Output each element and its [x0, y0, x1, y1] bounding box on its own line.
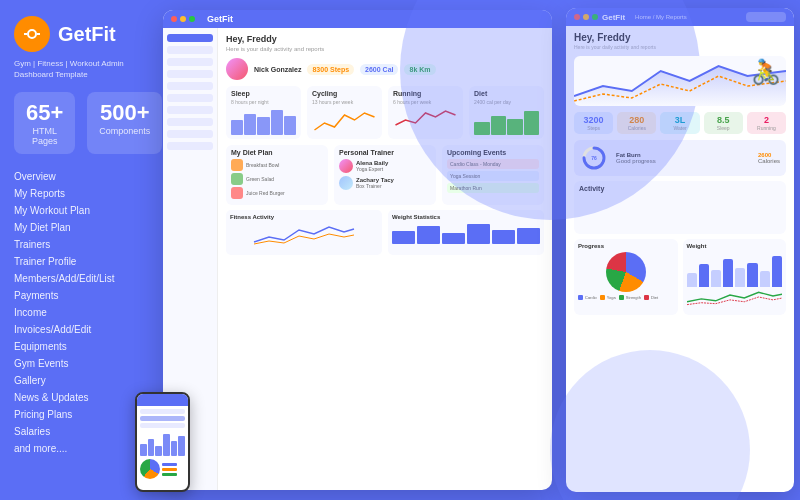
nav-item-members[interactable]: Members/Add/Edit/List: [14, 270, 141, 287]
nav-item-news[interactable]: News & Updates: [14, 389, 141, 406]
w-bar-1: [392, 231, 415, 244]
diet-bar-1: [474, 122, 490, 136]
mobile-row-3: [140, 423, 185, 428]
mob-bar-2: [148, 439, 155, 457]
nav-item-trainer-profile[interactable]: Trainer Profile: [14, 253, 141, 270]
personal-trainer-title: Personal Trainer: [339, 149, 431, 156]
running-mini: 2 Running: [747, 112, 786, 134]
nav-item-invoices[interactable]: Invoices/Add/Edit: [14, 321, 141, 338]
sidebar-item-active: [167, 34, 213, 42]
running-num: 2: [751, 115, 782, 125]
app-subtitle: Gym | Fitness | Workout Admin Dashboard …: [14, 58, 141, 80]
mob-bar-4: [163, 434, 170, 457]
mob-bar-1: [140, 444, 147, 457]
sleep-bar-2: [244, 114, 256, 135]
cycling-chart: [312, 105, 377, 135]
trainer-avatar-1: [339, 159, 353, 173]
sidebar-item-1: [167, 46, 213, 54]
nav-item-workout[interactable]: My Workout Plan: [14, 202, 141, 219]
logo-area: GetFit: [14, 16, 141, 52]
sleep-lbl: Sleep: [708, 125, 739, 131]
maximize-dot: [189, 16, 195, 22]
sleep-bar-4: [271, 110, 283, 136]
nav-item-diet[interactable]: My Diet Plan: [14, 219, 141, 236]
nav-item-reports[interactable]: My Reports: [14, 185, 141, 202]
weight-line-chart: [687, 287, 783, 307]
html-pages-stat: 65+ HTML Pages: [14, 92, 75, 154]
mobile-row-1: [140, 409, 185, 414]
nav-item-pricing[interactable]: Pricing Plans: [14, 406, 141, 423]
w-bar-3: [442, 233, 465, 244]
left-nav: GetFit Gym | Fitness | Workout Admin Das…: [0, 0, 155, 500]
fitness-activity-title: Fitness Activity: [230, 214, 378, 220]
sidebar-item-8: [167, 130, 213, 138]
sleep-chart: [231, 105, 296, 135]
user-name: Nick Gonzalez: [254, 66, 301, 73]
sidebar-item-9: [167, 142, 213, 150]
w-bar-5: [492, 230, 515, 244]
mobile-body: [137, 406, 188, 482]
mobile-pie-row: [140, 459, 185, 479]
search-bar[interactable]: [746, 12, 786, 22]
components-stat: 500+ Components: [87, 92, 162, 154]
trainer-item-1: Alena Baily Yoga Expert: [339, 159, 431, 173]
diet-img-2: [231, 173, 243, 185]
w-bar-6: [517, 228, 540, 245]
trainer-item-2: Zachary Tacy Box Trainer: [339, 176, 431, 190]
sleep-title: Sleep: [231, 90, 296, 97]
mobile-chart: [140, 431, 185, 456]
legend-3: Strength: [619, 295, 641, 300]
progress-ring: 76: [580, 144, 608, 172]
mobile-preview: [135, 392, 190, 492]
weight-title: Weight: [687, 243, 783, 249]
progress-title: Progress: [578, 243, 674, 249]
trainer-info-2: Box Trainer: [356, 183, 394, 189]
bottom-charts: Progress Cardio Yoga: [574, 239, 786, 315]
diet-item-3: Juice Red Burger: [231, 187, 323, 199]
nav-item-events[interactable]: Gym Events: [14, 355, 141, 372]
html-pages-num: 65+: [26, 100, 63, 126]
nav-item-overview[interactable]: Overview: [14, 168, 141, 185]
mob-leg-3: [162, 473, 177, 476]
diet-text-2: Green Salad: [246, 176, 274, 182]
nav-links: Overview My Reports My Workout Plan My D…: [14, 168, 141, 457]
sidebar-item-7: [167, 118, 213, 126]
nav-item-more[interactable]: and more....: [14, 440, 141, 457]
diet-bar-3: [507, 119, 523, 136]
fitness-chart-svg: [230, 222, 378, 247]
sidebar-item-2: [167, 58, 213, 66]
w-bar-4: [467, 224, 490, 244]
diet-img-1: [231, 159, 243, 171]
components-label: Components: [99, 126, 150, 136]
nav-item-gallery[interactable]: Gallery: [14, 372, 141, 389]
legend-1: Cardio: [578, 295, 597, 300]
trainer-avatar-2: [339, 176, 353, 190]
nav-item-payments[interactable]: Payments: [14, 287, 141, 304]
legend-color-1: [578, 295, 583, 300]
nav-item-trainers[interactable]: Trainers: [14, 236, 141, 253]
nav-item-income[interactable]: Income: [14, 304, 141, 321]
legend-label-3: Strength: [626, 295, 641, 300]
legend-color-3: [619, 295, 624, 300]
legend-label-4: Diet: [651, 295, 658, 300]
nav-item-salaries[interactable]: Salaries: [14, 423, 141, 440]
close-dot: [171, 16, 177, 22]
logo-text: GetFit: [58, 23, 116, 46]
diet-bar-2: [491, 116, 507, 136]
mob-leg-2: [162, 468, 177, 471]
cycling-title: Cycling: [312, 90, 377, 97]
sidebar-item-4: [167, 82, 213, 90]
progress-pie-card: Progress Cardio Yoga: [574, 239, 678, 315]
main-line-chart: 🚴: [574, 56, 786, 106]
progress-pie: [606, 252, 646, 292]
diet-img-3: [231, 187, 243, 199]
running-lbl: Running: [751, 125, 782, 131]
diet-item-1: Breakfast Bowl: [231, 159, 323, 171]
wb-3: [711, 270, 721, 288]
wb-7: [760, 271, 770, 287]
mob-leg-1: [162, 463, 177, 466]
nav-item-equipments[interactable]: Equipments: [14, 338, 141, 355]
w-bar-2: [417, 226, 440, 244]
weight-bars: [392, 222, 540, 244]
mob-bar-3: [155, 446, 162, 456]
